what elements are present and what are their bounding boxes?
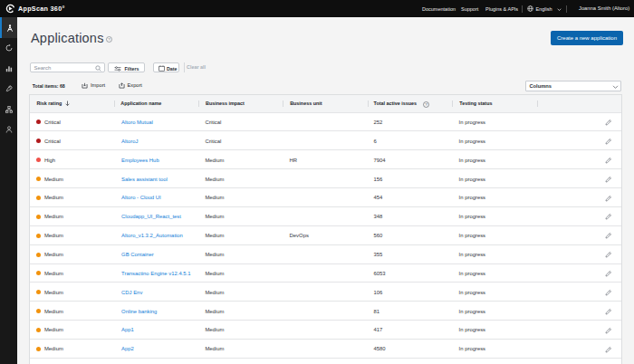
- svg-text:?: ?: [425, 102, 427, 107]
- svg-text:?: ?: [108, 37, 110, 42]
